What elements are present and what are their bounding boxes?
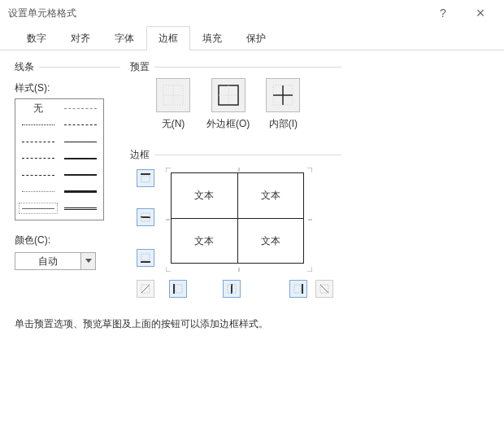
svg-rect-10 <box>141 176 150 182</box>
format-cells-dialog: 设置单元格格式 ? × 数字 对齐 字体 边框 填充 保护 线条 样式(S): … <box>0 0 504 445</box>
line-style-none-label: 无 <box>33 102 43 116</box>
line-style-11[interactable] <box>59 185 102 199</box>
preset-outline-icon <box>211 78 245 112</box>
style-label: 样式(S): <box>15 81 120 95</box>
border-bottom-button[interactable] <box>137 249 154 267</box>
group-line-label: 线条 <box>15 60 39 74</box>
color-value: 自动 <box>15 255 80 268</box>
divider <box>130 155 341 155</box>
preset-none[interactable]: 无(N) <box>156 78 190 131</box>
line-style-7[interactable] <box>59 151 102 166</box>
svg-line-28 <box>141 285 150 293</box>
line-style-5[interactable] <box>59 134 102 149</box>
line-style-12[interactable] <box>17 201 59 216</box>
svg-rect-14 <box>141 254 150 260</box>
svg-rect-30 <box>176 285 182 293</box>
preset-inside-label: 内部(I) <box>269 117 298 131</box>
border-left-button[interactable] <box>169 280 187 298</box>
svg-rect-34 <box>294 285 301 293</box>
group-preset-label: 预置 <box>130 60 154 74</box>
border-vmid-button[interactable] <box>223 280 241 298</box>
svg-line-36 <box>320 285 328 293</box>
preset-none-label: 无(N) <box>162 117 185 131</box>
border-preview[interactable]: 文本 文本 文本 文本 <box>164 166 311 270</box>
preview-cell-br: 文本 <box>237 218 304 264</box>
line-style-list[interactable]: 无 <box>15 98 104 220</box>
color-label: 颜色(C): <box>15 233 120 247</box>
line-style-10[interactable] <box>17 185 59 199</box>
close-button[interactable]: × <box>462 1 499 25</box>
dialog-title: 设置单元格格式 <box>8 7 424 20</box>
border-top-button[interactable] <box>137 169 154 187</box>
hint-text: 单击预置选项、预览草图及上面的按钮可以添加边框样式。 <box>15 317 268 331</box>
tab-content: 线条 样式(S): 无 <box>0 50 504 445</box>
line-style-none[interactable]: 无 <box>17 101 59 116</box>
tab-alignment[interactable]: 对齐 <box>59 26 102 50</box>
line-style-4[interactable] <box>17 134 59 149</box>
color-dropdown[interactable]: 自动 <box>15 252 96 270</box>
preview-cell-tr: 文本 <box>237 172 304 218</box>
preview-cell-bl: 文本 <box>171 218 237 264</box>
border-area: 文本 文本 文本 文本 <box>132 166 335 312</box>
tab-border[interactable]: 边框 <box>146 26 190 50</box>
tabstrip: 数字 对齐 字体 边框 填充 保护 <box>0 26 504 50</box>
preset-inside-icon <box>266 78 300 112</box>
preview-cell-tl: 文本 <box>171 172 237 218</box>
chevron-down-icon <box>80 253 95 269</box>
preset-row: 无(N) 外边框(O) <box>156 78 325 131</box>
group-preset: 预置 无(N) <box>130 60 325 131</box>
group-border: 边框 <box>130 148 358 312</box>
line-style-1[interactable] <box>59 101 102 116</box>
tab-fill[interactable]: 填充 <box>190 26 234 50</box>
group-border-label: 边框 <box>130 148 154 162</box>
line-style-8[interactable] <box>17 168 59 182</box>
preset-outline[interactable]: 外边框(O) <box>206 78 250 131</box>
border-right-button[interactable] <box>289 280 307 298</box>
border-diag-up-button[interactable] <box>137 280 154 298</box>
line-style-13[interactable] <box>59 201 102 216</box>
line-style-9[interactable] <box>59 168 102 182</box>
preset-outline-label: 外边框(O) <box>206 117 250 131</box>
line-style-3[interactable] <box>59 118 102 133</box>
divider <box>130 67 341 68</box>
group-line: 线条 样式(S): 无 <box>15 60 120 280</box>
border-diag-down-button[interactable] <box>315 280 333 298</box>
help-button[interactable]: ? <box>424 1 462 25</box>
line-style-6[interactable] <box>17 151 59 166</box>
border-hmid-button[interactable] <box>137 208 154 226</box>
titlebar: 设置单元格格式 ? × <box>0 0 504 26</box>
tab-number[interactable]: 数字 <box>15 26 59 50</box>
tab-protection[interactable]: 保护 <box>234 26 278 50</box>
tab-font[interactable]: 字体 <box>102 26 146 50</box>
preset-inside[interactable]: 内部(I) <box>266 78 300 131</box>
preset-none-icon <box>156 78 190 112</box>
line-style-2[interactable] <box>17 118 59 133</box>
